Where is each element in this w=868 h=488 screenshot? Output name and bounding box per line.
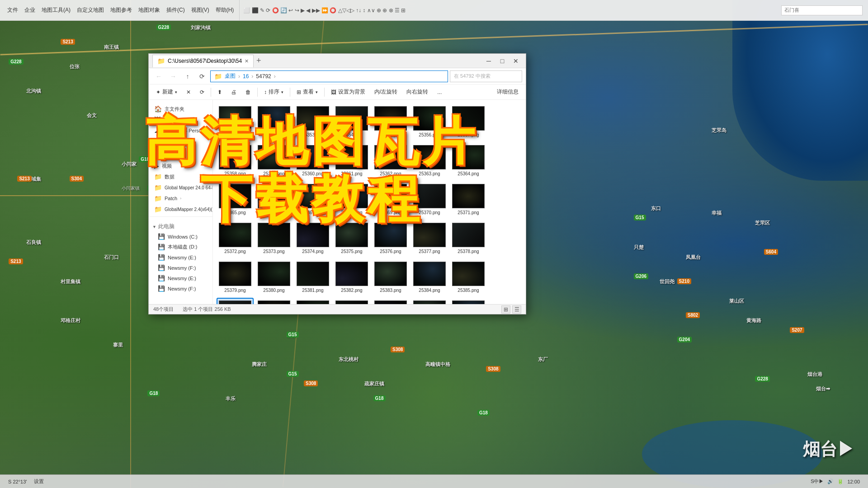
sidebar-globalmapper2[interactable]: 📁 GlobalMapper 2.4(x64)(P bbox=[149, 204, 212, 215]
bottom-settings[interactable]: 设置 bbox=[30, 478, 47, 485]
file-item-25384-png[interactable]: 25384.png bbox=[411, 259, 448, 296]
file-item-25364-png[interactable]: 25364.png bbox=[450, 142, 487, 179]
forward-button[interactable]: → bbox=[167, 70, 179, 83]
up-button[interactable]: ↑ bbox=[181, 70, 194, 83]
file-item-25374-png[interactable]: 25374.png bbox=[294, 220, 331, 257]
file-item-25378-png[interactable]: 25378.png bbox=[450, 220, 487, 257]
sidebar-drive-d[interactable]: 💾 本地磁盘 (D:) bbox=[149, 242, 212, 252]
file-item-25358-png[interactable]: 25358.png bbox=[217, 142, 254, 179]
file-item-25353-png[interactable]: 25353.png bbox=[294, 103, 331, 141]
file-item-25352-png[interactable]: 25352.png bbox=[255, 103, 292, 141]
file-item-25363-png[interactable]: 25363.png bbox=[411, 142, 448, 179]
set-wallpaper-button[interactable]: 🖼 设置为背景 bbox=[327, 86, 369, 98]
details-button[interactable]: 详细信息 bbox=[493, 86, 522, 98]
menu-file[interactable]: 文件 bbox=[5, 5, 21, 15]
minimize-button[interactable]: ─ bbox=[482, 55, 495, 67]
file-item-25357-png[interactable]: 25357.png bbox=[450, 103, 487, 141]
sidebar-pictures[interactable]: 🖼 图片 bbox=[149, 139, 212, 150]
trash-button[interactable]: 🗑 bbox=[242, 86, 255, 98]
file-item-25383-png[interactable]: 25383.png bbox=[372, 259, 409, 296]
file-item-25385-png[interactable]: 25385.png bbox=[450, 259, 487, 296]
file-item-25362-png[interactable]: 25362.png bbox=[372, 142, 409, 179]
file-item-25386-png[interactable]: 25386.png bbox=[217, 298, 254, 304]
window-tab[interactable]: 📁 C:\Users\80567\Desktop\30\54 ✕ bbox=[152, 55, 254, 67]
file-item-25375-png[interactable]: 25375.png bbox=[333, 220, 370, 257]
file-item-25392-png[interactable]: 25392.png bbox=[450, 298, 487, 304]
new-tab-btn[interactable]: + bbox=[256, 56, 261, 66]
sidebar-onedrive[interactable]: ☁ OneDrive - Personal bbox=[149, 125, 212, 136]
sidebar-drive-f1[interactable]: 💾 Newsmy (F:) bbox=[149, 263, 212, 273]
file-item-25373-png[interactable]: 25373.png bbox=[255, 220, 292, 257]
back-button[interactable]: ← bbox=[152, 70, 165, 83]
file-item-25356-png[interactable]: 25356.png bbox=[411, 103, 448, 141]
menu-company[interactable]: 企业 bbox=[22, 5, 38, 15]
sidebar-patch[interactable]: 📁 Patch › bbox=[149, 193, 212, 204]
file-item-25380-png[interactable]: 25380.png bbox=[255, 259, 292, 296]
file-item-25351-png[interactable]: 25351.png bbox=[217, 103, 254, 141]
breadcrumb-desktop[interactable]: 桌图 bbox=[225, 72, 236, 80]
file-item-25390-png[interactable]: 25390.png bbox=[372, 298, 409, 304]
sidebar-home[interactable]: 🏠 主文件夹 bbox=[149, 103, 212, 114]
menu-help[interactable]: 帮助(H) bbox=[213, 5, 237, 15]
menu-plugin[interactable]: 插件(C) bbox=[164, 5, 188, 15]
grid-view-btn[interactable]: ⊞ bbox=[501, 305, 510, 314]
menu-custom-map[interactable]: 自定义地图 bbox=[74, 5, 107, 15]
file-item-25371-png[interactable]: 25371.png bbox=[450, 181, 487, 218]
sidebar-data[interactable]: 📁 数据 bbox=[149, 171, 212, 182]
sidebar-video[interactable]: ▶ 视频 bbox=[149, 160, 212, 171]
file-item-25367-png[interactable]: 25367.png bbox=[294, 181, 331, 218]
more-options-button[interactable]: ... bbox=[434, 86, 445, 98]
file-item-25387-png[interactable]: 25387.png bbox=[255, 298, 292, 304]
new-button[interactable]: ✦ 新建 ▾ bbox=[152, 86, 181, 98]
menu-view[interactable]: 视图(V) bbox=[189, 5, 212, 15]
file-item-25366-png[interactable]: 25366.png bbox=[255, 181, 292, 218]
maximize-button[interactable]: □ bbox=[496, 55, 509, 67]
file-item-25377-png[interactable]: 25377.png bbox=[411, 220, 448, 257]
thumbnail-content bbox=[375, 145, 406, 169]
breadcrumb-16[interactable]: 16 bbox=[243, 73, 249, 80]
file-item-25354-png[interactable]: 25354.png bbox=[333, 103, 370, 141]
search-box[interactable]: 在 54792 中搜索 bbox=[450, 70, 522, 82]
file-name-label: 25372.png bbox=[224, 249, 245, 254]
file-item-25359-png[interactable]: 25359.png bbox=[255, 142, 292, 179]
delete-button[interactable]: ✕ bbox=[183, 86, 194, 98]
view-toggle-button[interactable]: ⊞ 查看 ▾ bbox=[293, 86, 321, 98]
print-button[interactable]: 🖨 bbox=[227, 86, 240, 98]
file-item-25382-png[interactable]: 25382.png bbox=[333, 259, 370, 296]
close-button[interactable]: ✕ bbox=[509, 55, 522, 67]
list-view-btn[interactable]: ☰ bbox=[512, 305, 521, 314]
file-item-25368-png[interactable]: 25368.png bbox=[333, 181, 370, 218]
file-item-25355-png[interactable]: 25355.png bbox=[372, 103, 409, 141]
file-item-25372-png[interactable]: 25372.png bbox=[217, 220, 254, 257]
file-item-25369-png[interactable]: 25369.png bbox=[372, 181, 409, 218]
file-item-25361-png[interactable]: 25361.png bbox=[333, 142, 370, 179]
address-bar[interactable]: 📁 桌图 › 16 › 54792 › bbox=[210, 70, 448, 82]
file-item-25389-png[interactable]: 25389.png bbox=[333, 298, 370, 304]
rotate-right-button[interactable]: 向右旋转 bbox=[403, 86, 432, 98]
file-item-25379-png[interactable]: 25379.png bbox=[217, 259, 254, 296]
sidebar-drive-e2[interactable]: 💾 Newsmy (E:) bbox=[149, 273, 212, 283]
file-item-25360-png[interactable]: 25360.png bbox=[294, 142, 331, 179]
sidebar-gallery[interactable]: 🖼 图库 bbox=[149, 114, 212, 125]
refresh-files-button[interactable]: ⟳ bbox=[196, 86, 208, 98]
breadcrumb-54792[interactable]: 54792 bbox=[256, 73, 271, 80]
sidebar-drive-c[interactable]: 💾 Windows (C:) bbox=[149, 231, 212, 242]
share-button[interactable]: ⬆ bbox=[214, 86, 226, 98]
file-item-25381-png[interactable]: 25381.png bbox=[294, 259, 331, 296]
sidebar-globalmapper[interactable]: 📁 Global Mapper 24.0 64-b › bbox=[149, 182, 212, 193]
file-item-25388-png[interactable]: 25388.png bbox=[294, 298, 331, 304]
sidebar-music[interactable]: ♪ 音乐 bbox=[149, 150, 212, 160]
sort-button[interactable]: ↕ 排序 ▾ bbox=[260, 86, 287, 98]
menu-map-obj[interactable]: 地图对象 bbox=[136, 5, 163, 15]
sidebar-drive-e1[interactable]: 💾 Newsmy (E:) bbox=[149, 252, 212, 263]
menu-map-ref[interactable]: 地图参考 bbox=[108, 5, 135, 15]
file-item-25370-png[interactable]: 25370.png bbox=[411, 181, 448, 218]
bottom-logo: S中▶ bbox=[811, 478, 824, 485]
file-item-25365-png[interactable]: 25365.png bbox=[217, 181, 254, 218]
menu-map-tools[interactable]: 地图工具(A) bbox=[39, 5, 73, 15]
rotate-left-button[interactable]: 内/左旋转 bbox=[371, 86, 401, 98]
file-item-25391-png[interactable]: 25391.png bbox=[411, 298, 448, 304]
refresh-button[interactable]: ⟳ bbox=[196, 70, 208, 83]
sidebar-drive-f2[interactable]: 💾 Newsmy (F:) bbox=[149, 283, 212, 294]
file-item-25376-png[interactable]: 25376.png bbox=[372, 220, 409, 257]
